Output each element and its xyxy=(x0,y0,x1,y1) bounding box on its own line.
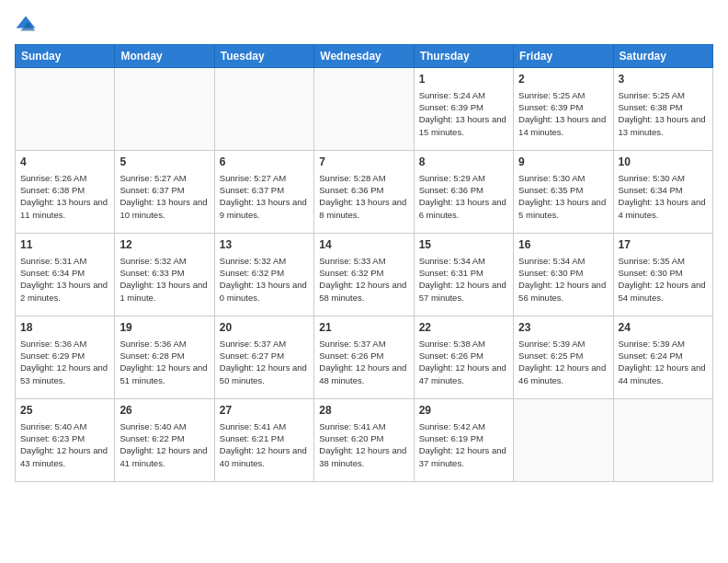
calendar-cell: 8Sunrise: 5:29 AMSunset: 6:36 PMDaylight… xyxy=(414,151,513,234)
day-header-sunday: Sunday xyxy=(16,45,115,68)
sunset-text: Sunset: 6:25 PM xyxy=(518,350,608,362)
calendar-week-row: 1Sunrise: 5:24 AMSunset: 6:39 PMDaylight… xyxy=(16,68,713,151)
day-number: 3 xyxy=(619,72,708,87)
cell-content: 17Sunrise: 5:35 AMSunset: 6:30 PMDayligh… xyxy=(619,237,708,304)
sunset-text: Sunset: 6:26 PM xyxy=(419,350,508,362)
sunset-text: Sunset: 6:30 PM xyxy=(518,267,608,279)
cell-content: 25Sunrise: 5:40 AMSunset: 6:23 PMDayligh… xyxy=(20,403,109,469)
sunset-text: Sunset: 6:19 PM xyxy=(419,432,508,444)
sunset-text: Sunset: 6:21 PM xyxy=(220,432,309,444)
sunset-text: Sunset: 6:36 PM xyxy=(419,184,508,196)
daylight-text: Daylight: 12 hours and 48 minutes. xyxy=(319,362,408,386)
daylight-text: Daylight: 12 hours and 40 minutes. xyxy=(220,444,309,469)
sunset-text: Sunset: 6:39 PM xyxy=(518,101,608,113)
daylight-text: Daylight: 13 hours and 13 minutes. xyxy=(619,113,708,138)
page-header xyxy=(15,15,713,37)
calendar-cell: 6Sunrise: 5:27 AMSunset: 6:37 PMDaylight… xyxy=(214,151,313,234)
sunrise-text: Sunrise: 5:38 AM xyxy=(419,338,508,350)
sunrise-text: Sunrise: 5:25 AM xyxy=(518,89,608,101)
sunset-text: Sunset: 6:24 PM xyxy=(619,350,708,362)
daylight-text: Daylight: 12 hours and 56 minutes. xyxy=(518,279,608,304)
daylight-text: Daylight: 12 hours and 46 minutes. xyxy=(518,362,608,386)
day-number: 22 xyxy=(419,320,508,336)
cell-content: 16Sunrise: 5:34 AMSunset: 6:30 PMDayligh… xyxy=(518,237,608,304)
cell-content: 2Sunrise: 5:25 AMSunset: 6:39 PMDaylight… xyxy=(518,72,608,138)
daylight-text: Daylight: 13 hours and 14 minutes. xyxy=(518,113,608,138)
day-number: 24 xyxy=(619,320,708,336)
calendar-cell xyxy=(115,68,214,151)
daylight-text: Daylight: 13 hours and 5 minutes. xyxy=(518,196,608,221)
sunset-text: Sunset: 6:37 PM xyxy=(119,184,209,196)
calendar-cell: 7Sunrise: 5:28 AMSunset: 6:36 PMDaylight… xyxy=(314,151,414,234)
sunset-text: Sunset: 6:34 PM xyxy=(20,267,109,279)
sunset-text: Sunset: 6:32 PM xyxy=(319,267,408,279)
day-number: 2 xyxy=(518,72,608,87)
sunset-text: Sunset: 6:30 PM xyxy=(619,267,708,279)
cell-content: 1Sunrise: 5:24 AMSunset: 6:39 PMDaylight… xyxy=(419,72,508,138)
calendar-cell: 22Sunrise: 5:38 AMSunset: 6:26 PMDayligh… xyxy=(414,316,513,399)
sunrise-text: Sunrise: 5:32 AM xyxy=(119,255,209,267)
day-number: 9 xyxy=(518,155,608,170)
sunrise-text: Sunrise: 5:36 AM xyxy=(119,338,209,350)
calendar-cell: 21Sunrise: 5:37 AMSunset: 6:26 PMDayligh… xyxy=(314,316,414,399)
day-header-tuesday: Tuesday xyxy=(214,45,313,68)
sunrise-text: Sunrise: 5:42 AM xyxy=(419,420,508,432)
cell-content: 28Sunrise: 5:41 AMSunset: 6:20 PMDayligh… xyxy=(319,403,408,469)
day-number: 29 xyxy=(419,403,508,419)
calendar-cell: 16Sunrise: 5:34 AMSunset: 6:30 PMDayligh… xyxy=(514,234,613,316)
sunrise-text: Sunrise: 5:27 AM xyxy=(220,172,309,184)
daylight-text: Daylight: 13 hours and 6 minutes. xyxy=(419,196,508,221)
logo-icon xyxy=(15,15,37,37)
sunrise-text: Sunrise: 5:25 AM xyxy=(619,89,708,101)
daylight-text: Daylight: 13 hours and 1 minute. xyxy=(119,279,209,304)
sunrise-text: Sunrise: 5:41 AM xyxy=(319,420,408,432)
cell-content: 10Sunrise: 5:30 AMSunset: 6:34 PMDayligh… xyxy=(619,155,708,221)
calendar-cell: 12Sunrise: 5:32 AMSunset: 6:33 PMDayligh… xyxy=(115,234,214,316)
day-number: 12 xyxy=(119,237,209,253)
sunset-text: Sunset: 6:36 PM xyxy=(319,184,408,196)
day-number: 4 xyxy=(20,155,109,170)
sunrise-text: Sunrise: 5:39 AM xyxy=(518,338,608,350)
cell-content: 29Sunrise: 5:42 AMSunset: 6:19 PMDayligh… xyxy=(419,403,508,469)
sunrise-text: Sunrise: 5:27 AM xyxy=(119,172,209,184)
sunset-text: Sunset: 6:38 PM xyxy=(20,184,109,196)
day-number: 14 xyxy=(319,237,408,253)
day-number: 27 xyxy=(220,403,309,419)
sunset-text: Sunset: 6:33 PM xyxy=(119,267,209,279)
day-header-wednesday: Wednesday xyxy=(314,45,414,68)
sunset-text: Sunset: 6:32 PM xyxy=(220,267,309,279)
cell-content: 15Sunrise: 5:34 AMSunset: 6:31 PMDayligh… xyxy=(419,237,508,304)
cell-content: 21Sunrise: 5:37 AMSunset: 6:26 PMDayligh… xyxy=(319,320,408,386)
sunset-text: Sunset: 6:35 PM xyxy=(518,184,608,196)
calendar-cell: 14Sunrise: 5:33 AMSunset: 6:32 PMDayligh… xyxy=(314,234,414,316)
calendar-cell: 9Sunrise: 5:30 AMSunset: 6:35 PMDaylight… xyxy=(514,151,613,234)
daylight-text: Daylight: 12 hours and 51 minutes. xyxy=(119,362,209,386)
day-header-monday: Monday xyxy=(115,45,214,68)
sunset-text: Sunset: 6:27 PM xyxy=(220,350,309,362)
day-number: 18 xyxy=(20,320,109,336)
day-header-thursday: Thursday xyxy=(414,45,513,68)
sunset-text: Sunset: 6:22 PM xyxy=(119,432,209,444)
day-number: 5 xyxy=(119,155,209,170)
calendar-week-row: 25Sunrise: 5:40 AMSunset: 6:23 PMDayligh… xyxy=(16,399,713,482)
day-number: 19 xyxy=(119,320,209,336)
day-header-friday: Friday xyxy=(514,45,613,68)
sunrise-text: Sunrise: 5:39 AM xyxy=(619,338,708,350)
calendar-cell: 11Sunrise: 5:31 AMSunset: 6:34 PMDayligh… xyxy=(16,234,115,316)
cell-content: 18Sunrise: 5:36 AMSunset: 6:29 PMDayligh… xyxy=(20,320,109,386)
daylight-text: Daylight: 12 hours and 54 minutes. xyxy=(619,279,708,304)
day-number: 17 xyxy=(619,237,708,253)
sunrise-text: Sunrise: 5:26 AM xyxy=(20,172,109,184)
calendar-week-row: 11Sunrise: 5:31 AMSunset: 6:34 PMDayligh… xyxy=(16,234,713,316)
calendar-header-row: SundayMondayTuesdayWednesdayThursdayFrid… xyxy=(16,45,713,68)
cell-content: 11Sunrise: 5:31 AMSunset: 6:34 PMDayligh… xyxy=(20,237,109,304)
cell-content: 19Sunrise: 5:36 AMSunset: 6:28 PMDayligh… xyxy=(119,320,209,386)
cell-content: 7Sunrise: 5:28 AMSunset: 6:36 PMDaylight… xyxy=(319,155,408,221)
sunset-text: Sunset: 6:20 PM xyxy=(319,432,408,444)
daylight-text: Daylight: 12 hours and 57 minutes. xyxy=(419,279,508,304)
sunset-text: Sunset: 6:37 PM xyxy=(220,184,309,196)
calendar-week-row: 4Sunrise: 5:26 AMSunset: 6:38 PMDaylight… xyxy=(16,151,713,234)
sunrise-text: Sunrise: 5:31 AM xyxy=(20,255,109,267)
calendar-cell xyxy=(514,399,613,482)
sunrise-text: Sunrise: 5:41 AM xyxy=(220,420,309,432)
